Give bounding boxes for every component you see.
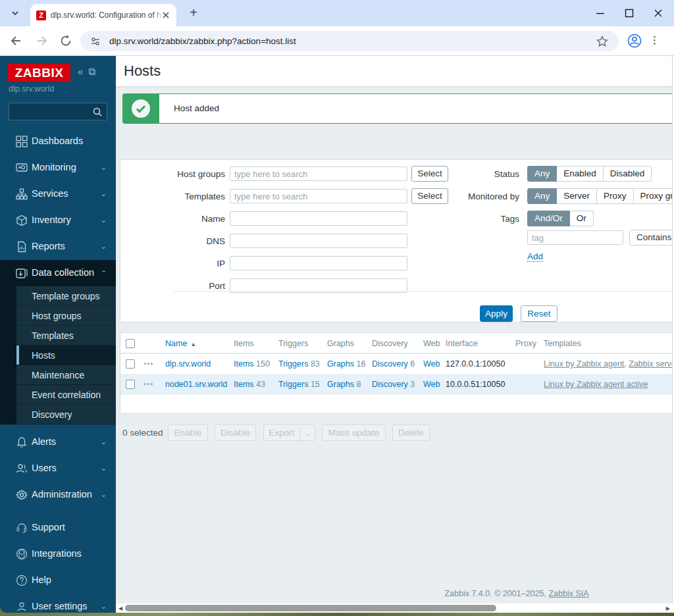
export-button[interactable]: Export⌄ [263, 424, 315, 441]
site-settings-icon[interactable] [90, 36, 101, 47]
reset-button[interactable]: Reset [521, 305, 557, 322]
monitored-server[interactable]: Server [557, 188, 597, 204]
sidebar-item-services[interactable]: Services ⌄ [0, 181, 116, 207]
add-tag-link[interactable]: Add [527, 251, 543, 262]
dns-input[interactable] [230, 234, 407, 248]
profile-icon[interactable] [627, 34, 642, 48]
sidebar: ZABBIX «⧉ dlp.srv.world Dashboards Monit… [0, 56, 116, 613]
sidebar-item-host-groups[interactable]: Host groups [16, 306, 116, 326]
column-header-name[interactable]: Name▲ [165, 339, 196, 348]
graphs-link[interactable]: Graphs [327, 380, 354, 389]
sidebar-search-input[interactable] [9, 103, 107, 120]
discovery-link[interactable]: Discovery [372, 359, 408, 369]
help-icon [16, 575, 28, 586]
sidebar-item-help[interactable]: Help [0, 567, 116, 594]
sidebar-item-alerts[interactable]: Alerts ⌄ [0, 429, 116, 455]
row-menu-icon[interactable] [144, 383, 155, 386]
mass-update-button[interactable]: Mass update [322, 424, 386, 441]
template-link[interactable]: Linux by Zabbix agent [544, 359, 624, 369]
sidebar-item-reports[interactable]: Reports ⌄ [0, 234, 116, 260]
scroll-left-arrow[interactable]: ◀ [118, 605, 122, 611]
sidebar-item-user-settings[interactable]: User settings ⌄ [0, 594, 116, 613]
ip-input[interactable] [230, 256, 407, 270]
sidebar-item-templates[interactable]: Templates [16, 326, 116, 346]
tag-input[interactable] [527, 230, 623, 245]
sidebar-item-monitoring[interactable]: Monitoring ⌄ [0, 155, 116, 181]
template-link[interactable]: Zabbix server [629, 359, 672, 369]
minimize-button[interactable] [595, 8, 606, 18]
tag-operator-select[interactable]: Contains [629, 230, 672, 245]
close-button[interactable] [653, 8, 663, 18]
filter-label-templates: Templates [120, 192, 225, 201]
status-toggle: Any Enabled Disabled [527, 166, 652, 182]
url-text[interactable]: dlp.srv.world/zabbix/zabbix.php?action=h… [109, 36, 296, 46]
items-link[interactable]: Items [234, 359, 254, 369]
tab-close-icon[interactable] [161, 10, 171, 20]
new-tab-button[interactable]: + [186, 5, 201, 21]
zabbix-sia-link[interactable]: Zabbix SIA [548, 589, 588, 598]
tab-search-button[interactable] [7, 5, 24, 22]
row-checkbox[interactable] [126, 359, 135, 369]
delete-button[interactable]: Delete [392, 424, 430, 441]
web-link[interactable]: Web [423, 380, 440, 389]
sidebar-item-inventory[interactable]: Inventory ⌄ [0, 207, 116, 234]
data-collection-icon [16, 267, 28, 279]
zabbix-logo[interactable]: ZABBIX [8, 64, 70, 82]
graphs-link[interactable]: Graphs [327, 359, 354, 369]
sidebar-item-users[interactable]: Users ⌄ [0, 455, 116, 482]
sidebar-item-template-groups[interactable]: Template groups [16, 286, 116, 306]
scroll-right-arrow[interactable]: ▶ [666, 605, 670, 611]
enable-button[interactable]: Enable [168, 424, 208, 441]
host-groups-select-button[interactable]: Select [411, 166, 448, 182]
apply-button[interactable]: Apply [480, 305, 513, 322]
sidebar-item-hosts[interactable]: Hosts [16, 346, 116, 365]
status-enabled[interactable]: Enabled [557, 166, 604, 182]
web-link[interactable]: Web [423, 359, 440, 369]
items-link[interactable]: Items [234, 380, 254, 389]
scrollbar-thumb[interactable] [125, 605, 496, 611]
select-all-checkbox[interactable] [126, 339, 135, 348]
monitored-any[interactable]: Any [527, 188, 557, 204]
sidebar-collapse-icons[interactable]: «⧉ [78, 66, 101, 78]
host-link[interactable]: dlp.srv.world [165, 359, 211, 369]
monitored-by-toggle: Any Server Proxy Proxy group [527, 188, 672, 204]
templates-input[interactable] [230, 189, 407, 203]
triggers-link[interactable]: Triggers [278, 380, 308, 389]
success-message: Host added [122, 93, 672, 124]
maximize-button[interactable] [624, 8, 635, 18]
sidebar-item-support[interactable]: Support [0, 515, 116, 541]
disable-button[interactable]: Disable [215, 424, 256, 441]
sidebar-item-dashboards[interactable]: Dashboards [0, 128, 116, 155]
monitored-proxy-group[interactable]: Proxy group [634, 188, 672, 204]
row-checkbox[interactable] [126, 380, 135, 389]
chevron-down-icon: ⌄ [101, 438, 107, 446]
discovery-link[interactable]: Discovery [372, 380, 408, 389]
status-disabled[interactable]: Disabled [604, 166, 652, 182]
search-icon[interactable] [92, 107, 103, 117]
bookmark-star-icon[interactable] [596, 36, 608, 47]
sidebar-item-maintenance[interactable]: Maintenance [16, 365, 116, 385]
sidebar-item-administration[interactable]: Administration ⌄ [0, 482, 116, 508]
sidebar-item-event-correlation[interactable]: Event correlation [16, 385, 116, 405]
browser-tab[interactable]: Z dlp.srv.world: Configuration of h [30, 4, 176, 26]
horizontal-scrollbar[interactable]: ◀ ▶ [116, 603, 674, 613]
sidebar-item-integrations[interactable]: Integrations [0, 541, 116, 567]
monitored-proxy[interactable]: Proxy [597, 188, 634, 204]
sidebar-item-discovery[interactable]: Discovery [16, 405, 116, 424]
host-link[interactable]: node01.srv.world [165, 380, 227, 389]
browser-menu-icon[interactable]: ⋮ [650, 34, 660, 46]
template-link[interactable]: Linux by Zabbix agent active [544, 380, 648, 389]
sidebar-item-data-collection[interactable]: Data collection ⌄ [0, 260, 116, 286]
reload-button[interactable] [59, 34, 72, 47]
tags-andor[interactable]: And/Or [527, 211, 570, 226]
name-input[interactable] [230, 211, 407, 226]
tags-or[interactable]: Or [570, 211, 594, 226]
status-any[interactable]: Any [527, 166, 557, 182]
forward-button[interactable] [36, 34, 49, 47]
host-groups-input[interactable] [230, 167, 407, 181]
tags-operator-toggle: And/Or Or [527, 211, 594, 226]
back-button[interactable] [9, 34, 22, 47]
row-menu-icon[interactable] [144, 363, 155, 365]
triggers-link[interactable]: Triggers [278, 359, 308, 369]
url-bar[interactable]: dlp.srv.world/zabbix/zabbix.php?action=h… [80, 31, 619, 51]
